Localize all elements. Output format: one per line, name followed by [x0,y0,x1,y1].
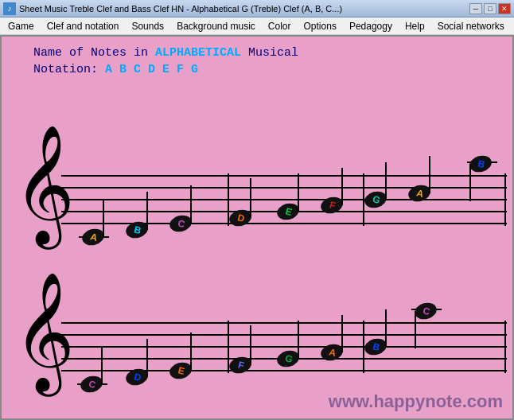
window-title: Sheet Music Treble Clef and Bass Clef HN… [19,4,469,14]
app-icon: ♪ [3,2,16,15]
menu-sounds[interactable]: Sounds [125,19,170,33]
menu-social[interactable]: Social networks [431,19,511,33]
bottom-staff: 𝄞 C D E F G A [6,263,512,410]
menubar: Game Clef and notation Sounds Background… [0,18,514,35]
titlebar: ♪ Sheet Music Treble Clef and Bass Clef … [0,0,514,18]
title-line2: Notation: A B C D E F G [33,61,298,78]
menu-background-music[interactable]: Background music [170,19,262,33]
minimize-button[interactable]: ─ [469,3,482,14]
menu-pedagogy[interactable]: Pedagogy [343,19,399,33]
maximize-button[interactable]: □ [484,3,496,14]
menu-options[interactable]: Options [298,19,343,33]
menu-color[interactable]: Color [262,19,298,33]
menu-game[interactable]: Game [2,19,41,33]
notation-title: Name of Notes in ALPHABETICAL Musical No… [33,45,298,78]
titlebar-controls: ─ □ ✕ [469,3,511,14]
menu-clef[interactable]: Clef and notation [41,19,126,33]
top-staff: 𝄞 A B C D E [6,116,512,259]
notes-text: A B C D E F G [105,63,198,76]
main-content: Name of Notes in ALPHABETICAL Musical No… [0,35,514,420]
musical-text: Musical [248,46,298,60]
menu-help[interactable]: Help [399,19,431,33]
alphabetical-text: ALPHABETICAL [155,46,241,60]
title-line1: Name of Notes in ALPHABETICAL Musical [33,45,298,61]
close-button[interactable]: ✕ [498,3,511,14]
website-text: www.happynote.com [329,391,503,412]
